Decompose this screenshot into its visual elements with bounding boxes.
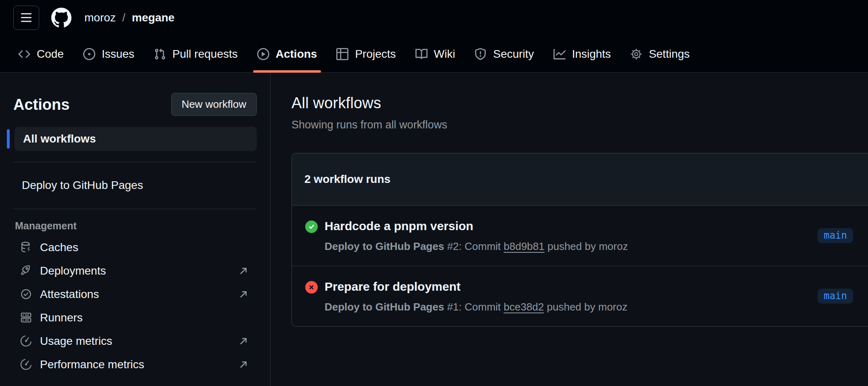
sidebar-item-label: Attestations (40, 288, 231, 301)
tab-pull-requests[interactable]: Pull requests (144, 36, 247, 72)
table-icon (336, 48, 348, 60)
sidebar-item-label: Caches (40, 241, 249, 254)
cache-icon (20, 241, 32, 254)
commit-link[interactable]: b8d9b81 (504, 240, 545, 252)
git-pull-request-icon (154, 48, 166, 60)
run-info-text: pushed by moroz (545, 240, 628, 252)
branch-badge[interactable]: main (818, 228, 853, 243)
tab-code[interactable]: Code (8, 36, 73, 72)
actions-sidebar: Actions New workflow All workflows Deplo… (0, 73, 270, 386)
sidebar-item-deployments[interactable]: Deployments (13, 259, 257, 283)
arrow-up-right-icon (238, 266, 249, 276)
tab-wiki[interactable]: Wiki (406, 36, 465, 72)
tab-label: Insights (572, 48, 611, 61)
tab-issues[interactable]: Issues (73, 36, 144, 72)
workflow-name-link[interactable]: Deploy to GitHub Pages (325, 301, 444, 313)
run-info-text: pushed by moroz (544, 301, 627, 313)
commit-link[interactable]: bce38d2 (504, 301, 544, 313)
sidebar-item-attestations[interactable]: Attestations (13, 283, 257, 306)
tab-label: Security (493, 48, 534, 61)
hamburger-menu-button[interactable] (13, 6, 39, 30)
tab-label: Actions (276, 48, 317, 61)
sidebar-header: Actions New workflow (13, 93, 257, 116)
check-circle-icon (305, 220, 318, 233)
all-workflows-wrapper: All workflows (15, 127, 257, 151)
run-info: Prepare for deployment Deploy to GitHub … (325, 279, 808, 313)
run-description: Deploy to GitHub Pages #1: Commit bce38d… (325, 300, 808, 314)
arrow-up-right-icon (238, 336, 249, 346)
sidebar-title: Actions (13, 97, 69, 112)
sidebar-item-label: Runners (40, 311, 249, 324)
meter-icon (20, 358, 32, 371)
breadcrumb-owner-link[interactable]: moroz (84, 11, 116, 24)
workflow-runs-panel: 2 workflow runs Hardcode a pnpm version … (291, 153, 868, 327)
server-icon (20, 311, 32, 324)
three-bars-icon (20, 12, 32, 24)
tab-label: Settings (649, 48, 690, 61)
sidebar-item-caches[interactable]: Caches (13, 236, 257, 259)
sidebar-item-deploy-to-github-pages[interactable]: Deploy to GitHub Pages (13, 173, 257, 197)
github-logo-icon[interactable] (51, 8, 71, 28)
sidebar-item-usage-metrics[interactable]: Usage metrics (13, 329, 257, 353)
run-info-text: #1: Commit (444, 301, 503, 313)
breadcrumb-repo-link[interactable]: megane (132, 11, 175, 24)
breadcrumb: moroz / megane (84, 11, 174, 24)
arrow-up-right-icon (238, 359, 249, 370)
sidebar-item-runners[interactable]: Runners (13, 306, 257, 329)
workflow-name-link[interactable]: Deploy to GitHub Pages (325, 240, 444, 252)
sidebar-item-performance-metrics[interactable]: Performance metrics (13, 353, 257, 376)
sidebar-item-label: Performance metrics (40, 358, 231, 371)
workflow-run-row[interactable]: Hardcode a pnpm version Deploy to GitHub… (292, 206, 868, 266)
book-icon (415, 48, 428, 60)
run-title-link[interactable]: Prepare for deployment (325, 279, 808, 294)
rocket-icon (20, 264, 32, 277)
workflow-run-row[interactable]: Prepare for deployment Deploy to GitHub … (292, 266, 868, 326)
play-icon (257, 48, 269, 60)
page-subtitle: Showing runs from all workflows (291, 119, 868, 131)
arrow-up-right-icon (238, 289, 249, 300)
branch-badge[interactable]: main (818, 289, 853, 304)
sidebar-divider (13, 162, 257, 162)
sidebar-item-label: Usage metrics (40, 335, 231, 348)
tab-label: Issues (102, 48, 134, 61)
repo-nav: Code Issues Pull requests Actions Projec… (0, 36, 868, 73)
workflow-runs-main: All workflows Showing runs from all work… (270, 73, 868, 386)
breadcrumb-separator: / (122, 11, 126, 24)
x-circle-icon (305, 281, 318, 294)
verified-icon (20, 288, 32, 300)
tab-label: Projects (355, 48, 396, 61)
run-description: Deploy to GitHub Pages #2: Commit b8d9b8… (325, 240, 808, 253)
tab-label: Code (37, 48, 64, 61)
meter-icon (20, 335, 32, 347)
run-title-link[interactable]: Hardcode a pnpm version (325, 218, 808, 234)
tab-label: Pull requests (172, 48, 238, 61)
runs-count-header: 2 workflow runs (292, 153, 868, 206)
sidebar-item-label: Deployments (40, 264, 231, 277)
tab-security[interactable]: Security (465, 36, 543, 72)
sidebar-item-all-workflows[interactable]: All workflows (15, 127, 257, 151)
new-workflow-button[interactable]: New workflow (171, 93, 257, 116)
tab-settings[interactable]: Settings (621, 36, 699, 72)
tab-label: Wiki (434, 48, 455, 61)
code-icon (18, 48, 30, 60)
issue-opened-icon (83, 48, 95, 60)
tab-actions[interactable]: Actions (247, 36, 327, 72)
run-info-text: #2: Commit (444, 240, 503, 252)
app-header: moroz / megane (0, 0, 868, 36)
sidebar-divider (13, 209, 257, 209)
tab-projects[interactable]: Projects (327, 36, 405, 72)
active-indicator-bar (7, 129, 10, 149)
shield-icon (474, 48, 486, 60)
tab-insights[interactable]: Insights (544, 36, 621, 72)
page-title: All workflows (291, 95, 868, 111)
management-section-heading: Management (13, 220, 257, 232)
gear-icon (630, 48, 642, 60)
graph-icon (554, 48, 566, 60)
page-content: Actions New workflow All workflows Deplo… (0, 73, 868, 386)
run-info: Hardcode a pnpm version Deploy to GitHub… (325, 218, 808, 253)
